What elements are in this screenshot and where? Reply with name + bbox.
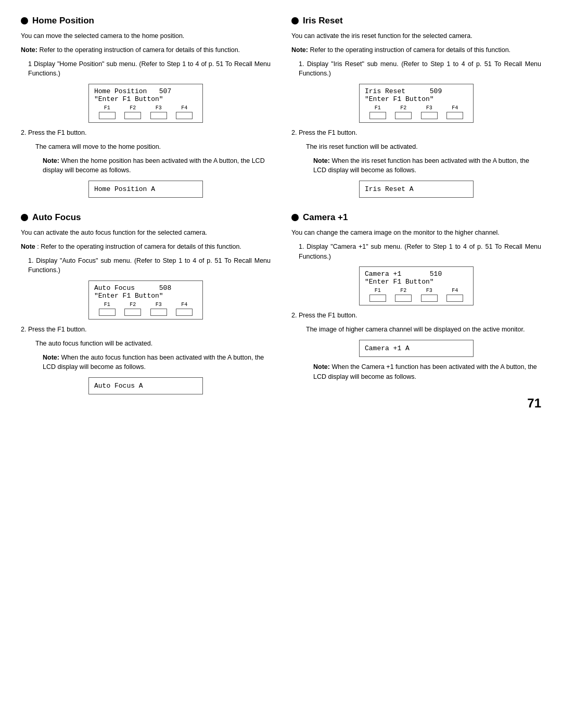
camera-plus1-intro: You can change the camera image on the m…: [291, 228, 541, 238]
auto-focus-bullet: [21, 214, 28, 221]
camera-plus1-section: Camera +1 You can change the camera imag…: [291, 212, 541, 381]
auto-focus-title: Auto Focus: [21, 212, 271, 223]
camera-plus1-lcd1: Camera +1 510 "Enter F1 Button" F1 F2 F3: [359, 266, 474, 305]
iris-reset-title: Iris Reset: [291, 16, 541, 26]
camera-plus1-title: Camera +1: [291, 212, 541, 223]
page-number: 71: [291, 396, 541, 411]
iris-reset-bullet: [291, 17, 299, 24]
home-position-lcd2: Home Position A: [88, 181, 203, 198]
camera-plus1-step2-sub: The image of higher camera channel will …: [291, 325, 541, 335]
home-position-section: Home Position You can move the selected …: [21, 16, 271, 198]
iris-reset-intro: You can activate the iris reset function…: [291, 31, 541, 41]
auto-focus-section: Auto Focus You can activate the auto foc…: [21, 212, 271, 394]
iris-reset-step2-sub: The iris reset function will be activate…: [291, 142, 541, 152]
camera-plus1-lcd2: Camera +1 A: [359, 340, 474, 357]
auto-focus-lcd1: Auto Focus 508 "Enter F1 Button" F1 F2 F…: [88, 280, 203, 320]
iris-reset-section: Iris Reset You can activate the iris res…: [291, 16, 541, 198]
home-position-bullet: [21, 17, 28, 24]
iris-reset-lcd1-buttons: F1 F2 F3 F4: [365, 105, 468, 119]
home-position-step2-sub: The camera will move to the home positio…: [21, 142, 271, 152]
iris-reset-lcd1: Iris Reset 509 "Enter F1 Button" F1 F2 F…: [359, 84, 474, 123]
home-position-note1: Note: Refer to the operating instruction…: [21, 45, 271, 55]
auto-focus-step1: 1. Display "Auto Focus" sub menu. (Refer…: [21, 256, 271, 276]
auto-focus-note1: Note : Refer to the operating instructio…: [21, 242, 271, 252]
auto-focus-lcd1-buttons: F1 F2 F3 F4: [94, 302, 197, 316]
auto-focus-note2: Note: When the auto focus function has b…: [21, 353, 271, 373]
home-position-step1: 1 Display "Home Position" sub menu. (Ref…: [21, 59, 271, 79]
iris-reset-step1: 1. Display "Iris Reset" sub menu. (Refer…: [291, 59, 541, 79]
home-position-note2: Note: When the home position has been ac…: [21, 156, 271, 176]
camera-plus1-bullet: [291, 214, 299, 221]
home-position-lcd1: Home Position 507 "Enter F1 Button" F1 F…: [88, 84, 203, 123]
camera-plus1-step2: 2. Press the F1 button.: [291, 311, 541, 321]
home-position-intro: You can move the selected camera to the …: [21, 31, 271, 41]
auto-focus-lcd2: Auto Focus A: [88, 377, 203, 394]
home-position-lcd1-buttons: F1 F2 F3 F4: [94, 105, 197, 119]
iris-reset-lcd2: Iris Reset A: [359, 181, 474, 198]
iris-reset-note1: Note: Refer to the operating instruction…: [291, 45, 541, 55]
home-position-title: Home Position: [21, 16, 271, 26]
auto-focus-step2-sub: The auto focus function will be activate…: [21, 339, 271, 349]
home-position-step2: 2. Press the F1 button.: [21, 128, 271, 138]
camera-plus1-lcd1-buttons: F1 F2 F3 F4: [365, 288, 468, 302]
iris-reset-step2: 2. Press the F1 button.: [291, 128, 541, 138]
camera-plus1-step1: 1. Display "Camera +1" sub menu. (Refer …: [291, 242, 541, 262]
iris-reset-note2: Note: When the iris reset function has b…: [291, 156, 541, 176]
auto-focus-step2: 2. Press the F1 button.: [21, 325, 271, 335]
camera-plus1-note2: Note: When the Camera +1 function has be…: [291, 362, 541, 382]
auto-focus-intro: You can activate the auto focus function…: [21, 228, 271, 238]
